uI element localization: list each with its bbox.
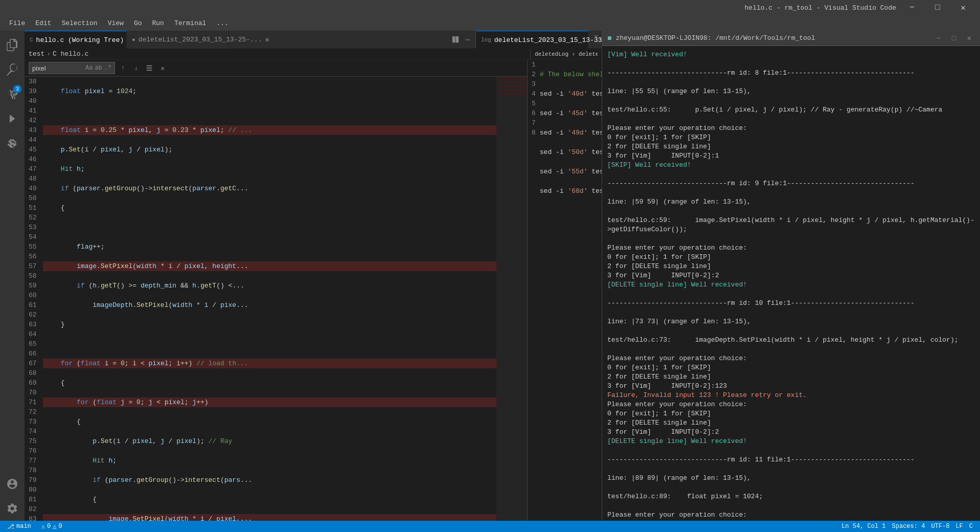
- status-eol[interactable]: LF: [953, 521, 965, 532]
- breadcrumb-test[interactable]: test: [29, 50, 44, 58]
- menu-edit[interactable]: Edit: [30, 15, 56, 31]
- activity-account[interactable]: [0, 472, 25, 496]
- terminal-line: 3 for [Vim] INPUT[0-2]:2: [607, 271, 975, 280]
- terminal-line: Please enter your operation choice:: [607, 243, 975, 253]
- status-language[interactable]: C: [967, 521, 975, 532]
- find-input[interactable]: [32, 64, 83, 72]
- status-ln-col[interactable]: Ln 54, Col 1: [839, 521, 887, 532]
- activity-explorer[interactable]: [0, 33, 25, 57]
- terminal-minimize[interactable]: −: [933, 33, 944, 44]
- terminal-line: [607, 446, 975, 455]
- terminal-line: Failure, Invalid input 123 ! Please retr…: [607, 391, 975, 400]
- terminal-line: [DELETE single line] Well received!: [607, 280, 975, 290]
- minimize-button[interactable]: −: [900, 0, 924, 15]
- log-scroll[interactable]: 1 2 3 4 5 6 7 8 # The below shell comman…: [528, 60, 602, 521]
- status-spaces[interactable]: Spaces: 4: [890, 521, 927, 532]
- line-numbers: 3839404142434445464748495051525354555657…: [25, 77, 43, 521]
- breadcrumb-sep1: ›: [47, 50, 51, 58]
- more-actions-button[interactable]: ⋯: [462, 34, 473, 45]
- terminal-line: ------------------------------rm id: 10 …: [607, 299, 975, 308]
- breadcrumb-right: deletedLog › deleteList_2023_03_15_13-33…: [530, 49, 602, 59]
- breadcrumb-hello-c[interactable]: C hello.c: [53, 50, 88, 58]
- terminal-line: [607, 96, 975, 105]
- breadcrumb-left: test › C hello.c: [25, 49, 530, 59]
- log-line-numbers: 1 2 3 4 5 6 7 8: [528, 60, 540, 521]
- menu-run[interactable]: Run: [147, 15, 169, 31]
- warning-icon: △: [53, 523, 56, 530]
- tab-log-label: deleteList_2023_03_15_13-33-17.log: [494, 36, 602, 44]
- select-all-matches[interactable]: [144, 62, 155, 74]
- whole-word-icon[interactable]: ab: [95, 64, 102, 72]
- close-log-panel[interactable]: ✕: [590, 31, 602, 42]
- terminal-line: 2 for [DELETE single line]: [607, 418, 975, 428]
- menu-more[interactable]: ...: [211, 15, 233, 31]
- error-icon: ⚠: [41, 523, 45, 530]
- breadcrumb-deletedlog[interactable]: deletedLog › deleteList_2023_03_15_13-33…: [535, 51, 598, 57]
- terminal-line: [607, 170, 975, 179]
- terminal-line: line: |55 55| (range of len: 13-15),: [607, 87, 975, 96]
- status-branch[interactable]: ⎇ main: [5, 521, 33, 532]
- terminal-output[interactable]: [Vim] Well received! -------------------…: [602, 46, 980, 521]
- terminal-close[interactable]: ✕: [964, 33, 975, 44]
- tab-close-deletelist[interactable]: ✕: [265, 36, 269, 44]
- svg-rect-2: [147, 70, 152, 71]
- menu-selection[interactable]: Selection: [56, 15, 102, 31]
- window-title: hello.c - rm_tool - Visual Studio Code: [745, 4, 896, 12]
- spaces-text: Spaces: 4: [892, 523, 925, 530]
- terminal-line: test/hello.c:89: float pixel = 1024;: [607, 492, 975, 501]
- tab-file-icon2: ●: [132, 37, 135, 43]
- encoding-text: UTF-8: [931, 523, 949, 530]
- activity-extensions[interactable]: [0, 131, 25, 156]
- ln-col-text: Ln 54, Col 1: [841, 523, 885, 530]
- main-editor: Aa ab .* ↑ ↓ ✕: [25, 60, 528, 521]
- minimap: [496, 77, 527, 521]
- menu-terminal[interactable]: Terminal: [169, 15, 211, 31]
- tab-label: hello.c (Working Tree) M: [36, 36, 132, 44]
- terminal-line: [607, 188, 975, 197]
- tab-deletelist[interactable]: ● deleteList_2023_03_15_13-25-... ✕: [127, 31, 229, 49]
- menu-bar: File Edit Selection View Go Run Terminal…: [0, 15, 980, 31]
- regex-icon[interactable]: .*: [104, 64, 111, 72]
- terminal-line: Please enter your operation choice:: [607, 124, 975, 133]
- svg-rect-0: [147, 65, 152, 66]
- title-bar: hello.c - rm_tool - Visual Studio Code −…: [0, 0, 980, 15]
- prev-match[interactable]: ↑: [117, 62, 128, 74]
- terminal-maximize[interactable]: □: [948, 33, 960, 44]
- match-case-icon[interactable]: Aa: [85, 64, 93, 72]
- tab-file-icon: C: [30, 37, 33, 43]
- activity-run[interactable]: [0, 106, 25, 131]
- terminal-line: 2 for [DELETE single line]: [607, 142, 975, 151]
- activity-settings[interactable]: [0, 496, 25, 521]
- terminal-titlebar: ■ zheyuan@DESKTOP-LJOIN98: /mnt/d/Work/T…: [602, 31, 980, 46]
- branch-name: main: [16, 523, 31, 530]
- status-encoding[interactable]: UTF-8: [929, 521, 951, 532]
- terminal-line: [607, 308, 975, 317]
- next-match[interactable]: ↓: [130, 62, 142, 74]
- activity-search[interactable]: [0, 57, 25, 82]
- terminal-line: [607, 464, 975, 474]
- log-content: # The below shell commands sed -i '40d' …: [540, 60, 602, 521]
- menu-file[interactable]: File: [4, 15, 30, 31]
- status-errors[interactable]: ⚠ 0 △ 0: [39, 521, 64, 532]
- terminal-panel: ■ zheyuan@DESKTOP-LJOIN98: /mnt/d/Work/T…: [602, 31, 980, 521]
- menu-view[interactable]: View: [103, 15, 129, 31]
- terminal-line: [DELETE single line] Well received!: [607, 437, 975, 446]
- eol-text: LF: [955, 523, 963, 530]
- terminal-line: 0 for [exit]; 1 for [SKIP]: [607, 253, 975, 262]
- split-editor-button[interactable]: [450, 34, 461, 45]
- activity-source-control[interactable]: 3: [0, 82, 25, 106]
- terminal-line: 0 for [exit]; 1 for [SKIP]: [607, 363, 975, 372]
- tab-hello-c[interactable]: C hello.c (Working Tree) M ⬤: [25, 31, 127, 49]
- close-button[interactable]: ✕: [951, 0, 975, 15]
- code-scroll[interactable]: 3839404142434445464748495051525354555657…: [25, 77, 527, 521]
- terminal-line: 3 for [Vim] INPUT[0-2]:1: [607, 151, 975, 161]
- terminal-line: [607, 115, 975, 124]
- close-find[interactable]: ✕: [157, 62, 168, 74]
- menu-go[interactable]: Go: [129, 15, 147, 31]
- terminal-line: 2 for [DELETE single line]: [607, 372, 975, 382]
- tab-label2: deleteList_2023_03_15_13-25-...: [139, 36, 262, 43]
- tab-deletelog[interactable]: log deleteList_2023_03_15_13-33-17.log ✕: [476, 31, 588, 49]
- terminal-line: ------------------------------rm id: 8 f…: [607, 69, 975, 78]
- maximize-button[interactable]: □: [926, 0, 949, 15]
- terminal-line: ------------------------------rm id: 9 f…: [607, 179, 975, 188]
